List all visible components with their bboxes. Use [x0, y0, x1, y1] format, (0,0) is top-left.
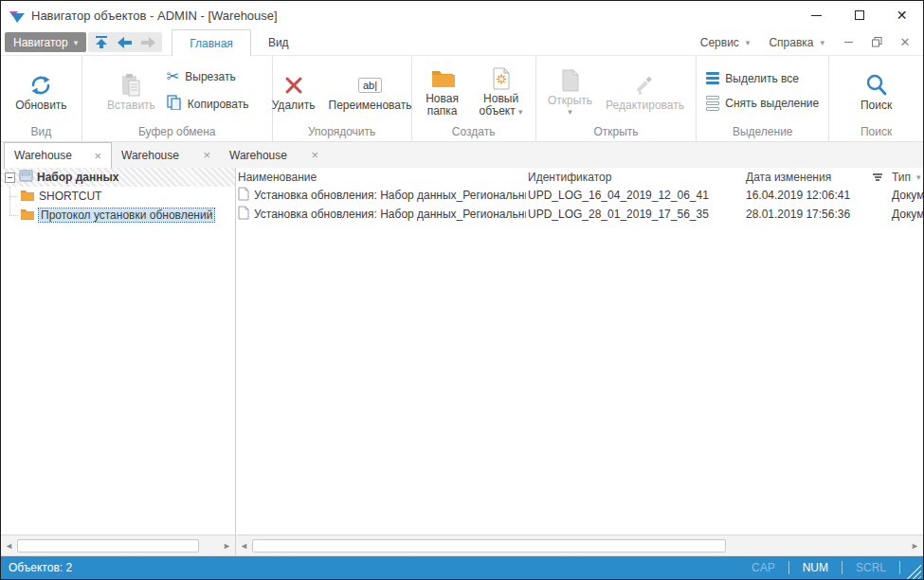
mdi-restore-button[interactable] [864, 29, 889, 55]
cell-modified: 28.01.2019 17:56:36 [744, 208, 890, 221]
new-folder-button[interactable]: Новая папка [416, 62, 469, 120]
edit-button[interactable]: Редактировать [600, 68, 690, 115]
column-header-type[interactable]: Тип ▾ [890, 171, 923, 184]
ribbon-tab-home-label: Главная [190, 37, 233, 50]
scroll-left-icon[interactable]: ◄ [1, 535, 17, 555]
num-lock-indicator: NUM [789, 561, 842, 574]
cut-button[interactable]: ✂ Вырезать [163, 67, 253, 86]
navigator-menu-button[interactable]: Навигатор ▾ [5, 32, 86, 52]
refresh-icon [28, 71, 53, 100]
list-row-1[interactable]: Установка обновления: Набор данных_Регио… [236, 186, 923, 205]
menu-help[interactable]: Справка ▾ [761, 36, 832, 49]
select-all-label: Выделить все [725, 72, 799, 85]
ribbon-group-search: Поиск Поиск [829, 56, 923, 141]
window-title: Навигатор объектов - ADMIN - [Warehouse] [31, 9, 278, 23]
new-folder-icon [430, 64, 455, 93]
tab-close-icon[interactable]: × [311, 148, 318, 162]
object-list: Наименование Идентификатор Дата изменени… [236, 168, 923, 535]
cut-label: Вырезать [185, 70, 235, 83]
collapse-icon[interactable] [5, 172, 15, 183]
minimize-icon [811, 15, 822, 16]
copy-button[interactable]: Копировать [163, 93, 253, 116]
new-object-button[interactable]: Новый объект ▾ [471, 62, 532, 120]
title-bar: Навигатор объектов - ADMIN - [Warehouse]… [1, 1, 923, 29]
mdi-close-button[interactable]: ✕ [893, 29, 917, 55]
clear-selection-button[interactable]: Снять выделение [702, 94, 823, 113]
search-button[interactable]: Поиск [855, 68, 897, 115]
ribbon-tab-bar: Главная Вид [172, 29, 305, 55]
column-header-name[interactable]: Наименование [236, 171, 526, 184]
scroll-right-icon[interactable]: ► [219, 535, 235, 555]
edit-label: Редактировать [606, 100, 684, 112]
select-all-icon [706, 72, 719, 84]
tree-node-shortcut[interactable]: SHORTCUT [1, 187, 235, 206]
scissors-icon: ✂ [167, 69, 179, 84]
cell-modified: 16.04.2019 12:06:41 [744, 189, 890, 202]
quick-access-toolbar [88, 32, 162, 52]
chevron-down-icon: ▾ [518, 107, 523, 117]
paste-button[interactable]: Вставить [101, 68, 161, 115]
filter-icon[interactable] [873, 173, 882, 181]
mdi-minimize-icon [844, 42, 853, 43]
folder-icon [20, 208, 35, 223]
list-row-2[interactable]: Установка обновления: Набор данных_Регио… [236, 205, 923, 224]
tab-close-icon[interactable]: × [203, 148, 210, 162]
scrollbar-row: ◄ ► ◄ ► [1, 535, 923, 556]
main-content: Набор данных SHORTCUT Протокол установки… [1, 168, 923, 535]
ribbon-tab-home[interactable]: Главная [172, 29, 251, 56]
delete-button[interactable]: Удалить [266, 68, 321, 115]
ribbon-tab-view[interactable]: Вид [251, 29, 306, 55]
object-tree: Набор данных SHORTCUT Протокол установки… [1, 168, 236, 535]
column-header-modified[interactable]: Дата изменения [744, 171, 890, 184]
doc-tab-label: Warehouse [229, 149, 287, 162]
search-label: Поиск [861, 100, 892, 112]
chevron-down-icon: ▾ [568, 107, 572, 117]
minimize-button[interactable] [795, 1, 838, 29]
back-button[interactable] [118, 37, 132, 48]
mdi-minimize-button[interactable] [836, 29, 861, 55]
ribbon: Обновить Вид [1, 56, 923, 141]
open-icon [561, 66, 580, 95]
scroll-right-icon[interactable]: ► [907, 535, 923, 555]
tree-horizontal-scrollbar[interactable]: ◄ ► [1, 535, 236, 555]
tree-node-update-protocol[interactable]: Протокол установки обновлений [1, 206, 235, 225]
group-label-selection: Выделение [697, 124, 828, 141]
tree-node-label: Набор данных [37, 171, 118, 184]
list-horizontal-scrollbar[interactable]: ◄ ► [236, 535, 923, 555]
app-logo-icon [9, 9, 25, 22]
copy-icon [167, 95, 182, 114]
refresh-label: Обновить [15, 100, 66, 112]
mdi-close-icon: ✕ [900, 35, 911, 49]
maximize-button[interactable] [838, 1, 880, 29]
folder-icon [20, 189, 35, 204]
select-all-button[interactable]: Выделить все [702, 70, 823, 87]
scrollbar-thumb[interactable] [252, 539, 726, 553]
scrollbar-thumb[interactable] [17, 539, 199, 553]
column-header-id[interactable]: Идентификатор [526, 171, 744, 184]
doc-tab-warehouse-1[interactable]: Warehouse × [4, 142, 112, 168]
close-button[interactable]: ✕ [880, 1, 923, 29]
forward-button[interactable] [141, 37, 155, 48]
cell-id: UPD_LOG_28_01_2019_17_56_35 [526, 208, 744, 221]
doc-tab-warehouse-2[interactable]: Warehouse × [112, 142, 220, 168]
app-window: Навигатор объектов - ADMIN - [Warehouse]… [0, 0, 924, 580]
menu-service[interactable]: Сервис ▾ [693, 36, 758, 49]
open-button[interactable]: Открыть ▾ [542, 63, 598, 119]
scroll-lock-indicator: SCRL [842, 561, 899, 574]
group-label-organize: Упорядочить [273, 124, 411, 141]
object-count: Объектов: 2 [9, 561, 72, 574]
delete-icon [284, 71, 303, 100]
refresh-button[interactable]: Обновить [9, 68, 72, 115]
tree-node-dataset-root[interactable]: Набор данных [1, 168, 235, 187]
clear-selection-label: Снять выделение [725, 97, 819, 110]
tab-close-icon[interactable]: × [94, 149, 101, 163]
paste-label: Вставить [107, 100, 155, 112]
group-label-search: Поиск [829, 124, 923, 141]
rename-button[interactable]: ab| Переименовать [323, 68, 418, 115]
doc-tab-warehouse-3[interactable]: Warehouse × [220, 142, 328, 168]
go-up-button[interactable] [95, 36, 108, 48]
scroll-left-icon[interactable]: ◄ [236, 535, 252, 555]
group-label-create: Создать [412, 124, 535, 141]
resize-grip[interactable] [906, 564, 921, 579]
chevron-down-icon: ▾ [820, 38, 824, 47]
